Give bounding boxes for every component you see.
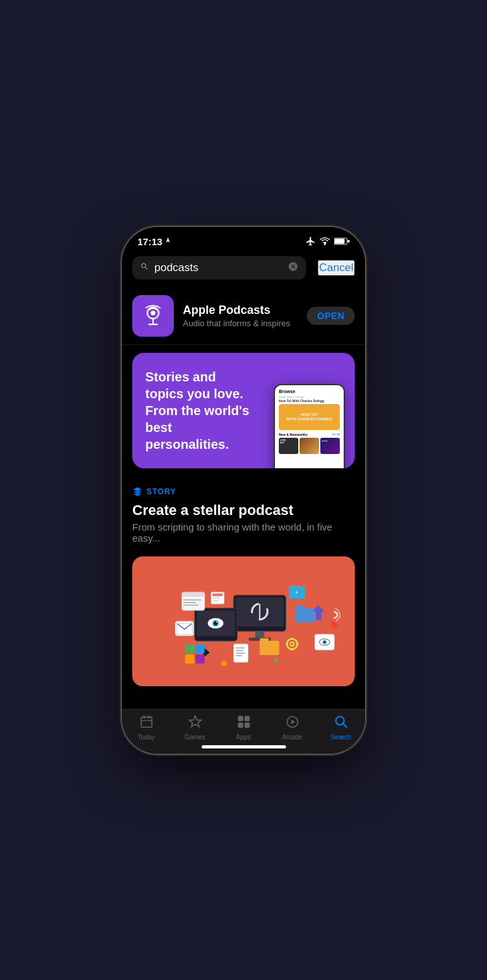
svg-rect-66	[237, 722, 243, 727]
svg-rect-54	[196, 644, 205, 653]
mockup-see-all: See All	[332, 433, 340, 436]
battery-icon	[334, 237, 350, 245]
svg-point-57	[222, 661, 227, 666]
svg-rect-64	[237, 715, 243, 721]
mockup-featured-title: How To! With Charles Duhigg	[279, 399, 340, 403]
today-icon	[139, 715, 154, 732]
svg-rect-21	[182, 592, 205, 597]
mockup-hero-card: HOW TO!WITH CHARLES DUHIGG	[279, 404, 340, 430]
location-icon	[165, 237, 171, 245]
screen: 17:13	[122, 227, 365, 754]
mockup-new-noteworthy-row: New & Noteworthy See All	[279, 433, 340, 436]
app-store-icon	[132, 486, 143, 497]
status-icons	[305, 236, 350, 246]
games-icon	[188, 715, 202, 732]
svg-point-19	[217, 621, 218, 623]
svg-point-59	[331, 621, 338, 628]
cancel-button[interactable]: Cancel	[318, 260, 355, 276]
wifi-icon	[320, 237, 330, 245]
mockup-browse-title: Browse	[279, 389, 340, 394]
svg-rect-23	[184, 602, 196, 603]
search-bar[interactable]: podcasts	[132, 256, 306, 280]
tab-today-label: Today	[137, 734, 155, 741]
svg-rect-34	[213, 593, 223, 596]
svg-rect-56	[196, 654, 205, 663]
svg-rect-24	[184, 604, 199, 606]
story-illustration: +	[132, 556, 355, 686]
story-tag: STORY	[147, 487, 176, 496]
svg-line-70	[343, 724, 346, 727]
svg-point-4	[150, 310, 155, 315]
app-result-row[interactable]: Apple Podcasts Audio that informs & insp…	[122, 287, 365, 345]
svg-rect-35	[213, 597, 220, 599]
mockup-card-text: HOW TO!WITH CHARLES DUHIGG	[286, 412, 333, 421]
search-input[interactable]: podcasts	[154, 261, 283, 274]
svg-rect-60	[141, 717, 152, 727]
svg-rect-29	[296, 608, 315, 623]
app-subtitle: Audio that informs & inspires	[183, 318, 298, 328]
svg-rect-65	[244, 715, 249, 721]
story-title: Create a stellar podcast	[132, 502, 355, 519]
notch	[195, 227, 292, 246]
banner-text-area: Stories and topics you love. From the wo…	[132, 353, 264, 468]
svg-rect-31	[260, 641, 279, 655]
tab-games-label: Games	[184, 734, 205, 741]
apps-icon	[237, 715, 251, 732]
home-indicator	[202, 745, 286, 748]
arcade-icon	[285, 715, 300, 732]
svg-rect-50	[236, 652, 245, 654]
story-section: STORY Create a stellar podcast From scri…	[122, 476, 365, 556]
svg-rect-30	[296, 606, 305, 610]
search-tab-icon	[334, 715, 348, 732]
svg-rect-2	[348, 240, 350, 243]
mockup-mini-card-3: adult	[320, 438, 340, 454]
phone-frame: 17:13	[122, 227, 365, 754]
svg-rect-22	[184, 599, 202, 601]
svg-rect-67	[244, 722, 249, 727]
svg-rect-36	[213, 600, 219, 601]
tab-apps[interactable]: Apps	[219, 715, 268, 741]
tab-today[interactable]: Today	[122, 715, 171, 741]
banner-phone-mockup: Browse FEATURED SHOW How To! With Charle…	[264, 353, 355, 468]
open-button[interactable]: OPEN	[307, 307, 355, 325]
svg-rect-55	[185, 654, 195, 663]
search-icon	[140, 262, 149, 274]
tab-search-label: Search	[331, 734, 351, 741]
banner-headline: Stories and topics you love. From the wo…	[145, 368, 251, 453]
search-bar-container: podcasts Cancel	[122, 251, 365, 287]
app-name: Apple Podcasts	[183, 304, 298, 317]
tab-search[interactable]: Search	[316, 715, 365, 741]
svg-rect-51	[236, 655, 243, 656]
svg-text:+: +	[295, 590, 298, 595]
mockup-section-title: New & Noteworthy	[279, 433, 307, 436]
purple-banner[interactable]: Stories and topics you love. From the wo…	[132, 353, 355, 468]
mockup-phone: Browse FEATURED SHOW How To! With Charle…	[274, 384, 345, 468]
story-label: STORY	[132, 486, 355, 497]
tab-games[interactable]: Games	[171, 715, 219, 741]
time-display: 17:13	[137, 236, 162, 247]
main-content: Apple Podcasts Audio that informs & insp…	[122, 287, 365, 709]
app-icon-podcasts	[132, 295, 174, 337]
svg-rect-1	[335, 239, 344, 244]
tab-apps-label: Apps	[236, 734, 251, 741]
story-subtitle: From scripting to sharing with the world…	[132, 521, 355, 544]
tab-arcade[interactable]: Arcade	[268, 715, 316, 741]
svg-rect-32	[260, 638, 269, 642]
svg-point-46	[324, 641, 326, 643]
mockup-cards-row: LIFEKIT adult	[279, 438, 340, 454]
svg-rect-53	[185, 644, 195, 653]
mockup-mini-card-1: LIFEKIT	[279, 438, 298, 454]
clear-icon[interactable]	[288, 261, 298, 274]
airplane-icon	[305, 236, 316, 246]
svg-rect-48	[236, 647, 245, 649]
status-time: 17:13	[137, 236, 171, 247]
mockup-mini-card-2	[300, 438, 319, 454]
app-info: Apple Podcasts Audio that informs & insp…	[183, 304, 298, 328]
svg-rect-49	[236, 650, 244, 651]
mockup-screen-content: Browse FEATURED SHOW How To! With Charle…	[275, 385, 344, 468]
svg-point-58	[274, 658, 278, 662]
tab-arcade-label: Arcade	[282, 734, 303, 741]
story-image[interactable]: +	[132, 556, 355, 686]
